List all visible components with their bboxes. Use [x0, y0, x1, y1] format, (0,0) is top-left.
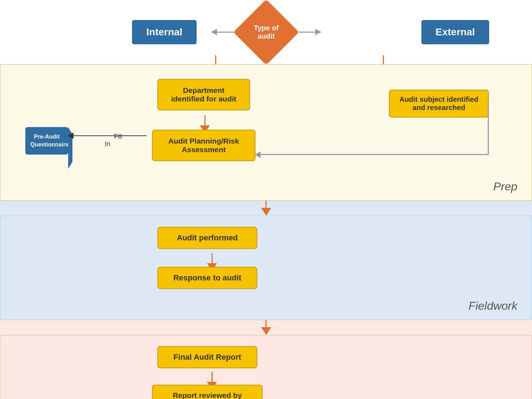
type-of-audit-diamond: Type of audit	[233, 0, 299, 65]
arrow-line-internal	[215, 55, 216, 64]
fieldwork-inner: Audit performed Response to audit	[15, 227, 517, 309]
arrow-subject-v	[488, 101, 489, 155]
diamond-label: Type of audit	[245, 24, 288, 40]
internal-box: Internal	[132, 20, 197, 44]
external-box: External	[421, 20, 490, 44]
diamond-container: Type of audit	[243, 9, 289, 55]
arrow-prep-to-fieldwork	[0, 201, 532, 216]
fill-in-arrow: Fill In	[68, 135, 147, 136]
diagram-container: Internal Type of audit Extern	[0, 0, 532, 399]
reporting-section: Final Audit Report Report reviewed by Au…	[0, 335, 532, 399]
reporting-inner: Final Audit Report Report reviewed by Au…	[15, 346, 517, 399]
pre-audit-questionnaire: Pre-Audit Questionnaire	[25, 127, 68, 155]
prep-section: Pre-Audit Questionnaire Fill In Departme…	[0, 64, 532, 201]
top-section: Internal Type of audit Extern	[0, 0, 532, 64]
arrow-subject-head	[255, 151, 260, 158]
fill-in-label: Fill In	[92, 125, 122, 155]
response-to-audit-box: Response to audit	[157, 267, 257, 289]
final-audit-report-box: Final Audit Report	[157, 346, 257, 368]
audit-planning-box: Audit Planning/Risk Assessment	[152, 130, 255, 161]
arrow-subject-h	[255, 154, 489, 155]
prep-inner: Pre-Audit Questionnaire Fill In Departme…	[15, 75, 517, 190]
arrow-fieldwork-to-reporting	[0, 320, 532, 335]
audit-performed-box: Audit performed	[157, 227, 257, 249]
prep-label: Prep	[493, 180, 517, 193]
audit-subject-box: Audit subject identified and researched	[389, 90, 489, 118]
arrow-line-external	[383, 55, 384, 64]
report-reviewed-box: Report reviewed by Audit Committee	[152, 385, 263, 399]
dept-identified-box: Department identified for audit	[157, 79, 250, 110]
fieldwork-section: Audit performed Response to audit Fieldw…	[0, 216, 532, 320]
fieldwork-label: Fieldwork	[468, 299, 517, 313]
